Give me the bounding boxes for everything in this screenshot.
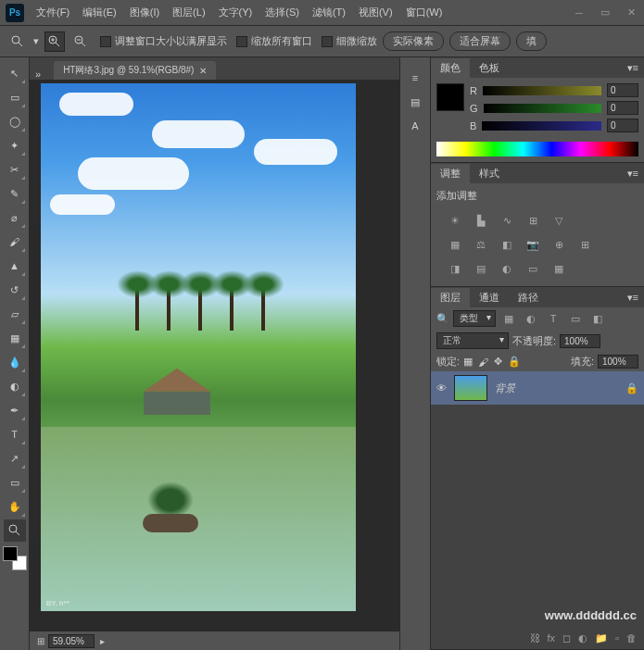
tab-expand-icon[interactable]: » xyxy=(30,69,46,80)
history-brush-tool[interactable]: ↺ xyxy=(4,279,26,301)
channel-mixer-icon[interactable]: ⊕ xyxy=(549,236,568,253)
menu-filter[interactable]: 滤镜(T) xyxy=(306,6,352,19)
color-balance-icon[interactable]: ⚖ xyxy=(472,236,490,253)
hand-tool[interactable]: ✋ xyxy=(4,495,26,518)
group-icon[interactable]: 📁 xyxy=(595,632,608,644)
fit-window-checkbox[interactable] xyxy=(100,36,111,47)
menu-window[interactable]: 窗口(W) xyxy=(399,6,449,19)
color-spectrum[interactable] xyxy=(436,142,638,156)
menu-image[interactable]: 图像(I) xyxy=(123,6,166,19)
lookup-icon[interactable]: ⊞ xyxy=(575,236,594,253)
type-tool[interactable]: T xyxy=(4,423,26,445)
layer-name[interactable]: 背景 xyxy=(495,381,618,395)
g-value[interactable]: 0 xyxy=(607,101,638,115)
path-select-tool[interactable]: ↗ xyxy=(4,447,26,469)
levels-icon[interactable]: ▙ xyxy=(472,212,490,229)
r-slider[interactable] xyxy=(483,86,601,95)
magic-wand-tool[interactable]: ✦ xyxy=(4,134,26,156)
brush-tool[interactable]: 🖌 xyxy=(4,231,26,253)
tab-channels[interactable]: 通道 xyxy=(470,288,509,307)
zoom-tool[interactable] xyxy=(4,519,26,542)
dodge-tool[interactable]: ◐ xyxy=(4,375,26,397)
marquee-tool[interactable]: ▭ xyxy=(4,86,26,108)
menu-select[interactable]: 选择(S) xyxy=(259,6,306,19)
link-layers-icon[interactable]: ⛓ xyxy=(530,632,540,644)
delete-layer-icon[interactable]: 🗑 xyxy=(626,632,637,644)
healing-tool[interactable]: ⌀ xyxy=(4,206,26,229)
tab-layers[interactable]: 图层 xyxy=(431,288,470,307)
color-panel-menu[interactable]: ▾≡ xyxy=(622,62,644,74)
filter-type-icon[interactable]: T xyxy=(544,310,562,327)
color-swatches[interactable] xyxy=(3,546,27,570)
fit-screen-button[interactable]: 适合屏幕 xyxy=(449,31,511,51)
filter-shape-icon[interactable]: ▭ xyxy=(566,310,585,327)
bw-icon[interactable]: ◧ xyxy=(498,236,516,253)
stamp-tool[interactable]: ▲ xyxy=(4,255,26,277)
adjust-panel-menu[interactable]: ▾≡ xyxy=(622,168,644,180)
vibrance-icon[interactable]: ▽ xyxy=(549,212,568,229)
zoom-all-checkbox[interactable] xyxy=(236,36,247,47)
b-slider[interactable] xyxy=(482,121,601,131)
close-tab-icon[interactable]: ✕ xyxy=(199,66,207,76)
maximize-button[interactable]: ▭ xyxy=(592,4,618,22)
g-slider[interactable] xyxy=(484,104,601,113)
new-layer-icon[interactable]: ▫ xyxy=(615,632,619,644)
menu-layer[interactable]: 图层(L) xyxy=(166,6,211,19)
status-expand-icon[interactable]: ⊞ xyxy=(37,636,44,646)
layer-mask-icon[interactable]: ◻ xyxy=(562,632,571,644)
menu-file[interactable]: 文件(F) xyxy=(30,6,76,19)
fill-field[interactable]: 100% xyxy=(598,355,638,369)
selective-color-icon[interactable]: ▦ xyxy=(549,260,568,277)
curves-icon[interactable]: ∿ xyxy=(498,212,516,229)
lock-pixels-icon[interactable]: 🖌 xyxy=(478,356,488,368)
filter-smart-icon[interactable]: ◧ xyxy=(588,310,607,327)
filter-adjust-icon[interactable]: ◐ xyxy=(522,310,540,327)
shape-tool[interactable]: ▭ xyxy=(4,471,26,494)
foreground-color[interactable] xyxy=(3,546,18,561)
hue-icon[interactable]: ▦ xyxy=(446,236,464,253)
minimize-button[interactable]: ─ xyxy=(566,4,592,22)
close-button[interactable]: ✕ xyxy=(618,4,644,22)
blend-mode-dropdown[interactable]: 正常 xyxy=(436,332,509,349)
canvas[interactable]: BY. h** xyxy=(41,83,356,611)
menu-edit[interactable]: 编辑(E) xyxy=(76,6,123,19)
zoom-in-button[interactable] xyxy=(44,31,65,52)
layer-style-icon[interactable]: fx xyxy=(548,632,556,644)
lock-transparent-icon[interactable]: ▦ xyxy=(463,356,473,368)
b-value[interactable]: 0 xyxy=(607,119,638,132)
tab-paths[interactable]: 路径 xyxy=(509,288,548,307)
lock-all-icon[interactable]: 🔒 xyxy=(508,356,521,368)
posterize-icon[interactable]: ▤ xyxy=(472,260,490,277)
eyedropper-tool[interactable]: ✎ xyxy=(4,182,26,205)
dock-character-icon[interactable]: A xyxy=(404,115,426,137)
zoom-field[interactable]: 59.05% xyxy=(48,634,95,648)
scrubby-zoom-checkbox[interactable] xyxy=(322,36,333,47)
document-tab[interactable]: HT网络3.jpg @ 59.1%(RGB/8#) ✕ xyxy=(54,61,216,80)
layer-row[interactable]: 👁 背景 🔒 xyxy=(431,371,644,405)
r-value[interactable]: 0 xyxy=(607,83,638,97)
adjustment-layer-icon[interactable]: ◐ xyxy=(578,632,587,644)
lock-position-icon[interactable]: ✥ xyxy=(494,356,502,368)
tab-adjustments[interactable]: 调整 xyxy=(431,164,470,183)
brightness-icon[interactable]: ☀ xyxy=(446,212,464,229)
layer-thumbnail[interactable] xyxy=(454,375,487,401)
color-swatch[interactable] xyxy=(436,83,464,111)
layers-panel-menu[interactable]: ▾≡ xyxy=(622,292,644,304)
visibility-icon[interactable]: 👁 xyxy=(436,382,447,394)
move-tool[interactable]: ↖ xyxy=(4,62,26,84)
photo-filter-icon[interactable]: 📷 xyxy=(524,236,542,253)
zoom-out-button[interactable] xyxy=(70,31,91,52)
crop-tool[interactable]: ✂ xyxy=(4,158,26,181)
actual-pixels-button[interactable]: 实际像素 xyxy=(383,31,444,51)
filter-icon[interactable]: 🔍 xyxy=(436,313,449,325)
gradient-map-icon[interactable]: ▭ xyxy=(524,260,542,277)
opacity-field[interactable]: 100% xyxy=(560,334,600,348)
tab-color[interactable]: 颜色 xyxy=(431,58,470,78)
blur-tool[interactable]: 💧 xyxy=(4,351,26,373)
pen-tool[interactable]: ✒ xyxy=(4,399,26,421)
current-tool-preset[interactable] xyxy=(7,31,28,52)
exposure-icon[interactable]: ⊞ xyxy=(524,212,542,229)
gradient-tool[interactable]: ▦ xyxy=(4,327,26,349)
filter-pixel-icon[interactable]: ▦ xyxy=(499,310,518,327)
invert-icon[interactable]: ◨ xyxy=(446,260,464,277)
